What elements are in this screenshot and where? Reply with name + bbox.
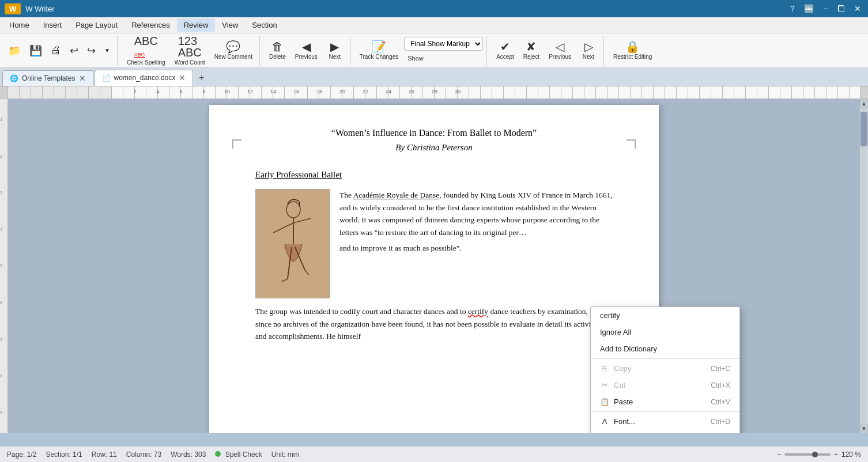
comment-icon: 💬	[226, 41, 240, 52]
minimize-button[interactable]: −	[821, 4, 830, 13]
col-info: Column: 73	[126, 450, 161, 459]
ctx-cut[interactable]: ✂ Cut Ctrl+X	[591, 377, 739, 393]
scroll-up-button[interactable]: ▲	[860, 99, 868, 108]
corner-mark-tr	[627, 139, 636, 149]
undo-icon[interactable]: ↩	[66, 42, 82, 59]
lock-icon: 🔒	[625, 41, 640, 52]
save-icon[interactable]: 💾	[26, 42, 46, 59]
content-with-image: The Académie Royale de Danse, founded by…	[255, 189, 613, 298]
document-author: By Christina Peterson	[255, 143, 613, 153]
app-logo[interactable]: W	[5, 3, 21, 14]
tab-bar: 🌐 Online Templates ✕ 📄 women_dance.docx …	[0, 68, 868, 86]
words-info: Words: 303	[171, 450, 206, 459]
zoom-out-button[interactable]: −	[777, 450, 781, 459]
previous-button[interactable]: ◀ Previous	[292, 40, 321, 61]
cut-icon: ✂	[600, 381, 609, 389]
next-icon: ▶	[330, 41, 339, 52]
tab-close-online[interactable]: ✕	[79, 74, 86, 83]
help-icon[interactable]: ?	[788, 4, 797, 13]
ctx-copy[interactable]: ⎘ Copy Ctrl+C	[591, 360, 739, 377]
ctx-paragraph[interactable]: ¶ Paragraph...	[591, 430, 739, 433]
section-heading: Early Professional Ballet	[255, 170, 613, 180]
tab-label-online: Online Templates	[22, 74, 76, 82]
paragraph-full: The group was intended to codify court a…	[255, 305, 613, 343]
menu-references[interactable]: References	[124, 18, 176, 32]
changes-nav-group: 🗑 Delete ◀ Previous ▶ Next	[262, 36, 350, 66]
ballet-image	[255, 189, 330, 298]
spelling-icon: ABCABC	[134, 35, 158, 58]
context-menu: certify Ignore All Add to Dictionary ⎘ C…	[590, 306, 740, 433]
zoom-in-button[interactable]: +	[834, 450, 838, 459]
scroll-down-button[interactable]: ▼	[860, 424, 868, 433]
word-count-button[interactable]: 123ABC Word Count	[171, 34, 209, 67]
ctx-ignore-all[interactable]: Ignore All	[591, 324, 739, 340]
reject-button[interactable]: ✘ Reject	[520, 40, 543, 61]
accept-reject-group: ✔ Accept ✘ Reject ◁ Previous ▷ Next	[489, 36, 604, 66]
new-icon[interactable]: 📁	[5, 42, 24, 59]
copy-icon: ⎘	[600, 364, 609, 373]
redo-icon[interactable]: ↪	[84, 42, 99, 59]
menu-page-layout[interactable]: Page Layout	[69, 18, 124, 32]
ctx-paste[interactable]: 📋 Paste Ctrl+V	[591, 393, 739, 410]
accept-button[interactable]: ✔ Accept	[493, 40, 518, 61]
word-count-icon: 123ABC	[178, 35, 202, 58]
section-info: Section: 1/1	[46, 450, 82, 459]
vertical-scrollbar[interactable]: ▲ ▼	[860, 99, 868, 433]
next2-icon: ▷	[584, 41, 593, 52]
add-tab-button[interactable]: +	[194, 70, 209, 86]
tab-icon-online: 🌐	[10, 74, 18, 82]
zoom-area: − + 120 %	[777, 450, 861, 459]
tab-close-doc[interactable]: ✕	[179, 73, 186, 82]
next-button[interactable]: ▶ Next	[323, 40, 346, 61]
ctx-separator-1	[591, 358, 739, 359]
ctx-certify[interactable]: certify	[591, 307, 739, 324]
show-button[interactable]: Show	[404, 52, 427, 64]
menu-home[interactable]: Home	[2, 18, 36, 32]
print-icon[interactable]: 🖨	[47, 42, 65, 59]
zoom-thumb[interactable]	[812, 452, 818, 457]
app-name: W Writer	[25, 5, 54, 13]
spell-check-dot	[215, 451, 221, 457]
menu-view[interactable]: View	[215, 18, 245, 32]
status-bar: Page: 1/2 Section: 1/1 Row: 11 Column: 7…	[0, 446, 868, 462]
close-button[interactable]: ✕	[852, 4, 863, 13]
menu-review[interactable]: Review	[177, 18, 216, 32]
markup-select[interactable]: Final Show Markup	[404, 37, 483, 51]
delete-icon: 🗑	[271, 41, 283, 52]
title-bar: W W Writer ? 🔤 − ⧠ ✕	[0, 0, 868, 17]
ctx-add-to-dictionary[interactable]: Add to Dictionary	[591, 340, 739, 357]
check-spelling-button[interactable]: ABCABC Check Spelling	[123, 34, 169, 67]
track-changes-button[interactable]: 📝 Track Changes	[356, 40, 402, 61]
ctx-separator-2	[591, 411, 739, 412]
restrict-editing-button[interactable]: 🔒 Restrict Editing	[610, 40, 655, 61]
tab-online-templates[interactable]: 🌐 Online Templates ✕	[2, 70, 93, 86]
corner-mark-tl	[232, 139, 241, 149]
accept-icon: ✔	[500, 41, 510, 52]
maximize-button[interactable]: ⧠	[835, 4, 847, 13]
next2-button[interactable]: ▷ Next	[577, 40, 600, 61]
zoom-level: 120 %	[841, 450, 861, 459]
tab-icon-doc: 📄	[102, 74, 111, 82]
reject-icon: ✘	[526, 41, 536, 52]
unit-info: Unit: mm	[271, 450, 299, 459]
tab-label-doc: women_dance.docx	[114, 74, 176, 82]
prev2-icon: ◁	[556, 41, 564, 52]
document-area: “Women’s Influence in Dance: From Ballet…	[8, 99, 860, 433]
toolbar: 📁 💾 🖨 ↩ ↪ ▼ ABCABC Check Spelling 123ABC…	[0, 33, 868, 68]
ruler: 2 4 6 8 10 12 14 16 18 20 22 24 26 28 30	[0, 86, 868, 99]
dropdown-arrow[interactable]: ▼	[101, 45, 114, 56]
previous2-button[interactable]: ◁ Previous	[545, 40, 575, 61]
menu-insert[interactable]: Insert	[36, 18, 69, 32]
menu-section[interactable]: Section	[245, 18, 284, 32]
ctx-font[interactable]: A Font... Ctrl+D	[591, 413, 739, 430]
tab-women-dance[interactable]: 📄 women_dance.docx ✕	[95, 70, 194, 86]
new-comment-button[interactable]: 💬 New Comment	[211, 40, 256, 61]
body-text-block: The Académie Royale de Danse, founded by…	[339, 189, 613, 298]
zoom-slider[interactable]	[784, 453, 831, 456]
document-title: “Women’s Influence in Dance: From Ballet…	[255, 128, 613, 138]
delete-button[interactable]: 🗑 Delete	[266, 40, 289, 61]
scroll-thumb[interactable]	[861, 112, 867, 146]
paste-icon: 📋	[600, 397, 609, 406]
spellcheck-icon[interactable]: 🔤	[802, 4, 816, 13]
prev-icon: ◀	[302, 41, 311, 52]
